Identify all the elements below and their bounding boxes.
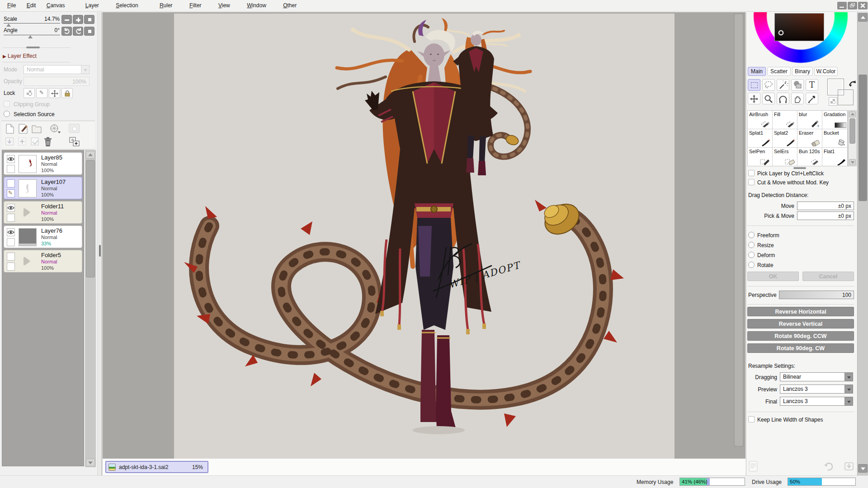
new-linework-layer-button[interactable] [18, 124, 29, 134]
menu-selection[interactable]: Selection [111, 0, 142, 12]
zoom-reset-button[interactable] [84, 15, 94, 24]
blend-mode-select[interactable]: Normal [24, 65, 81, 74]
visibility-toggle[interactable] [7, 204, 15, 212]
rotate-90-cw-button[interactable]: Rotate 90deg. CW [747, 343, 854, 353]
splitter-handle[interactable] [99, 245, 101, 257]
menu-edit[interactable]: Edit [22, 0, 41, 12]
clipping-group-checkbox[interactable] [4, 101, 10, 107]
brush-airbrush[interactable]: AirBrush [748, 111, 773, 129]
folder-expand-arrow[interactable] [24, 257, 30, 265]
menu-layer[interactable]: Layer [81, 0, 104, 12]
freeform-radio[interactable] [748, 232, 755, 238]
tool-eyedropper[interactable] [806, 93, 818, 104]
tool-shape[interactable] [791, 79, 804, 91]
menu-filter[interactable]: Filter [185, 0, 206, 12]
brush-blur[interactable]: blur [797, 111, 822, 129]
scroll-up-button[interactable] [858, 13, 868, 22]
visibility-toggle[interactable] [7, 253, 15, 261]
angle-reset-button[interactable] [84, 27, 94, 36]
visibility-toggle[interactable] [7, 228, 15, 236]
color-cursor[interactable] [778, 30, 783, 35]
brush-bun120s[interactable]: Bun 120s [797, 148, 822, 166]
layer-effect-section-header[interactable]: ▶ Layer Effect [3, 53, 37, 59]
brush-splat2[interactable]: Splat2 [773, 129, 797, 148]
brush-selpen[interactable]: SelPen [748, 148, 773, 166]
canvas-viewport[interactable]: WIP | ADOPT [103, 12, 745, 459]
preview-dropdown-button[interactable] [844, 385, 853, 394]
rotate-ccw-button[interactable] [61, 27, 72, 36]
lock-paint-button[interactable]: ✎ [36, 88, 47, 98]
brush-selers[interactable]: SelErs [773, 148, 797, 166]
secondary-color-swatch[interactable] [838, 89, 854, 105]
zoom-in-button[interactable] [73, 15, 83, 24]
brush-bucket[interactable]: Bucket [822, 129, 848, 148]
tool-rect-select[interactable] [748, 79, 760, 91]
reverse-horizontal-button[interactable]: Reverse Horizontal [747, 307, 854, 316]
tool-move[interactable] [748, 93, 760, 104]
layer-mask-button[interactable] [69, 124, 80, 133]
preview-select[interactable]: Lanczos 3 [780, 385, 845, 394]
ok-button[interactable]: OK [747, 272, 799, 281]
layer-row-folder11[interactable]: Folder11 Normal 100% [4, 201, 82, 224]
layer-option-toggle[interactable] [7, 238, 15, 246]
scroll-down-button[interactable] [849, 159, 856, 165]
tool-hand[interactable] [791, 93, 804, 104]
tab-binary[interactable]: Binary [792, 67, 813, 76]
rotate-cw-button[interactable] [73, 27, 83, 36]
deform-radio[interactable] [748, 252, 755, 258]
dragging-select[interactable]: Bilinear [780, 372, 845, 381]
scale-slider[interactable] [4, 23, 60, 23]
merge-down-button[interactable] [18, 137, 28, 147]
lock-move-button[interactable] [49, 88, 60, 98]
tool-zoom[interactable] [762, 93, 775, 104]
clear-layer-button[interactable] [31, 137, 41, 147]
folder-expand-arrow[interactable] [24, 208, 30, 216]
ruler-tool-button[interactable] [49, 123, 61, 134]
selection-source-radio[interactable] [4, 111, 10, 117]
scrollbar-thumb[interactable] [849, 118, 855, 144]
cut-move-checkbox[interactable] [748, 179, 755, 185]
panel-scrollbar[interactable] [857, 12, 868, 488]
move-distance-field[interactable]: ±0 px [797, 202, 854, 210]
notes-icon[interactable] [748, 460, 758, 472]
resize-radio[interactable] [748, 242, 755, 248]
document-tab[interactable]: adpt-skt-ida-3-1.sai2 15% [105, 461, 208, 473]
rotate-radio[interactable] [748, 262, 755, 268]
tool-lasso[interactable] [762, 79, 775, 91]
tab-wcolor[interactable]: W.Color [814, 67, 838, 76]
scroll-up-button[interactable] [849, 111, 856, 117]
canvas-vscrollbar-thumb[interactable] [735, 14, 743, 446]
menu-view[interactable]: View [214, 0, 235, 12]
layer-edit-indicator[interactable]: ✎ [7, 189, 15, 197]
angle-slider-marker[interactable] [28, 35, 33, 38]
saturation-value-square[interactable] [774, 13, 824, 41]
pick-layer-checkbox[interactable] [748, 170, 755, 176]
final-select[interactable]: Lanczos 3 [780, 397, 845, 406]
lock-all-button[interactable] [61, 88, 73, 98]
brush-gradation[interactable]: Gradation [822, 111, 848, 129]
panel-splitter[interactable] [97, 12, 102, 488]
lock-transparency-button[interactable] [24, 88, 35, 98]
layer-list-scrollbar[interactable] [85, 150, 96, 467]
visibility-toggle[interactable] [7, 179, 15, 188]
delete-layer-button[interactable] [43, 136, 52, 147]
tool-text[interactable]: T [806, 79, 818, 91]
layer-option-toggle[interactable] [7, 214, 15, 222]
panel-resize-handle[interactable] [26, 47, 40, 48]
tab-scatter[interactable]: Scatter [767, 67, 791, 76]
scale-slider-marker[interactable] [6, 23, 11, 27]
dragging-dropdown-button[interactable] [844, 372, 853, 381]
layer-row-layer85[interactable]: Layer85 Normal 100% [4, 152, 82, 175]
minimize-button[interactable] [837, 2, 847, 9]
rotate-90-ccw-button[interactable]: Rotate 90deg. CCW [747, 331, 854, 341]
brush-splat1[interactable]: Splat1 [748, 129, 773, 148]
brush-flat1[interactable]: Flat1 [822, 148, 848, 166]
layer-row-layer76[interactable]: Layer76 Normal 33% [4, 225, 82, 248]
reverse-vertical-button[interactable]: Reverse Vertical [747, 319, 854, 328]
brush-eraser[interactable]: Eraser [797, 129, 822, 148]
new-layer-button[interactable] [5, 124, 14, 134]
keep-line-width-checkbox[interactable] [748, 416, 755, 422]
tool-rotate-view[interactable] [777, 93, 789, 104]
menu-other[interactable]: Other [278, 0, 301, 12]
scrollbar-thumb[interactable] [86, 160, 95, 277]
